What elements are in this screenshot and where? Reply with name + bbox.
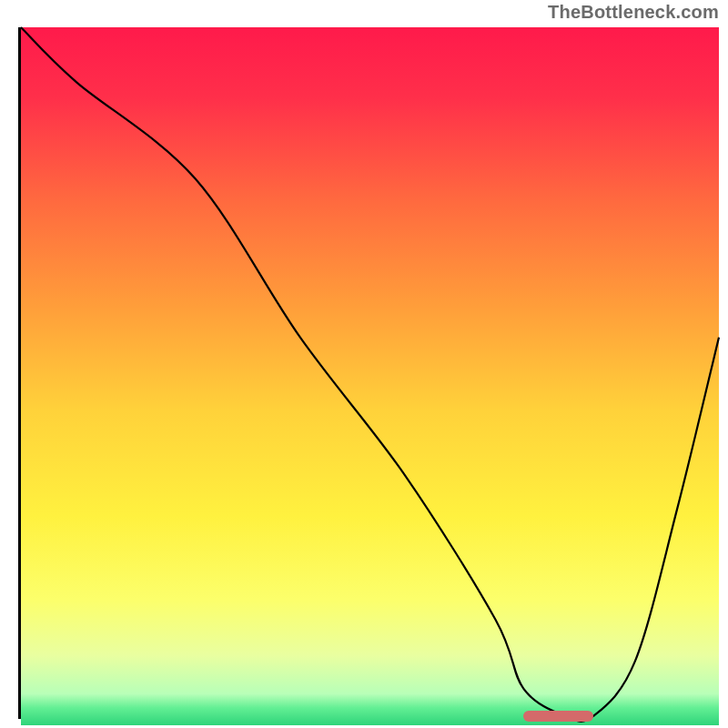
bottleneck-curve <box>21 27 719 716</box>
plot-area <box>18 27 719 719</box>
watermark-text: TheBottleneck.com <box>548 2 719 23</box>
chart-container: TheBottleneck.com <box>0 0 728 728</box>
optimum-marker <box>523 711 593 722</box>
